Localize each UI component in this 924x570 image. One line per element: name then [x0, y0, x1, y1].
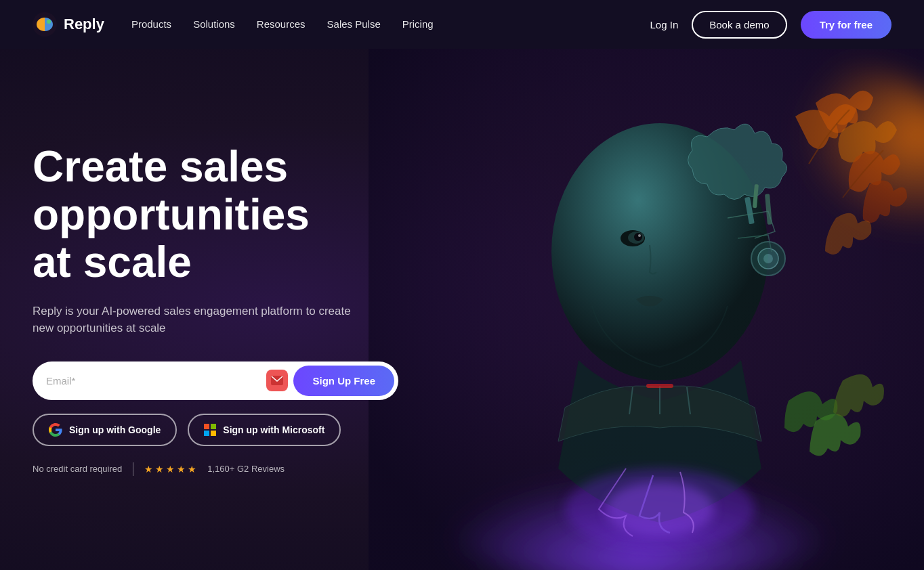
- hero-footer: No credit card required ★ ★ ★ ★ ★ 1,160+…: [33, 462, 434, 476]
- nav-pricing[interactable]: Pricing: [402, 18, 434, 30]
- svg-point-11: [763, 254, 773, 263]
- nav-sales-pulse[interactable]: Sales Pulse: [327, 18, 381, 30]
- microsoft-signup-button[interactable]: Sign up with Microsoft: [188, 414, 341, 446]
- brand-logo-icon: [33, 12, 57, 37]
- google-icon: [49, 423, 62, 437]
- nav-left: Reply Products Solutions Resources Sales…: [33, 12, 434, 37]
- svg-point-15: [638, 234, 641, 237]
- no-credit-card-text: No credit card required: [33, 464, 122, 474]
- hero-illustration: [369, 49, 924, 570]
- star-5: ★: [188, 464, 196, 475]
- nav-resources[interactable]: Resources: [257, 18, 306, 30]
- nav-solutions[interactable]: Solutions: [193, 18, 235, 30]
- footer-divider: [133, 462, 133, 476]
- star-3: ★: [166, 464, 175, 475]
- social-buttons: Sign up with Google Sign up with Microso…: [33, 414, 434, 446]
- try-free-button[interactable]: Try for free: [801, 11, 891, 39]
- hero-title: Create sales opportunities at scale: [33, 143, 434, 286]
- reviews-count: 1,160+ G2 Reviews: [207, 464, 285, 474]
- star-rating: ★ ★ ★ ★ ★: [144, 464, 196, 475]
- email-form: Sign Up Free: [33, 361, 398, 400]
- hero-content: Create sales opportunities at scale Repl…: [0, 143, 434, 475]
- star-1: ★: [144, 464, 153, 475]
- star-2: ★: [155, 464, 164, 475]
- nav-products[interactable]: Products: [131, 18, 171, 30]
- svg-point-1: [47, 20, 51, 24]
- brand-name: Reply: [64, 16, 104, 33]
- brand-logo-link[interactable]: Reply: [33, 12, 104, 37]
- microsoft-icon: [204, 424, 216, 436]
- nav-right: Log In Book a demo Try for free: [650, 11, 891, 39]
- google-signup-label: Sign up with Google: [69, 424, 161, 435]
- book-demo-button[interactable]: Book a demo: [692, 11, 786, 39]
- svg-point-17: [606, 482, 714, 536]
- login-button[interactable]: Log In: [650, 19, 679, 30]
- email-icon: [266, 370, 288, 391]
- star-4: ★: [177, 464, 186, 475]
- signup-free-button[interactable]: Sign Up Free: [293, 366, 394, 396]
- google-signup-button[interactable]: Sign up with Google: [33, 414, 177, 446]
- nav-links: Products Solutions Resources Sales Pulse…: [131, 18, 434, 30]
- svg-point-14: [634, 233, 642, 241]
- hero-subtitle: Reply is your AI-powered sales engagemen…: [33, 303, 371, 337]
- email-input[interactable]: [46, 375, 266, 387]
- svg-rect-18: [646, 384, 673, 388]
- microsoft-signup-label: Sign up with Microsoft: [223, 424, 324, 435]
- hero-section: Create sales opportunities at scale Repl…: [0, 49, 924, 570]
- navbar: Reply Products Solutions Resources Sales…: [0, 0, 924, 49]
